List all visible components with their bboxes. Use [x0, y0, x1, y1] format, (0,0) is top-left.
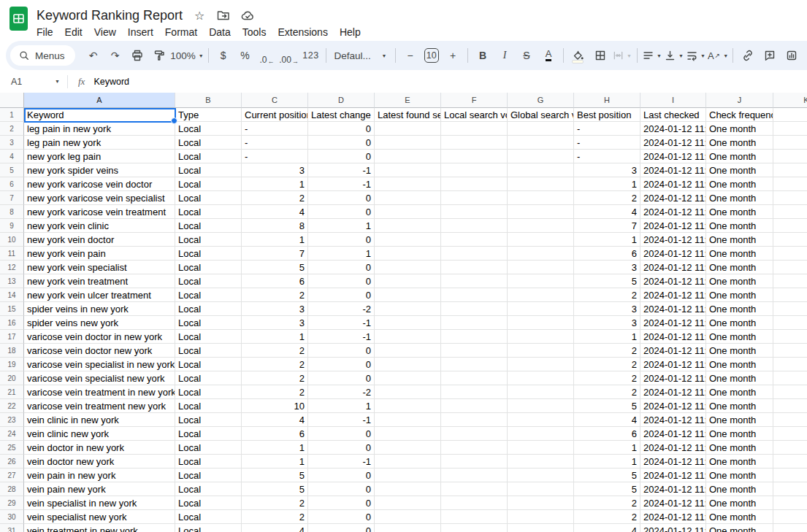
cell-J8[interactable]: One month — [706, 205, 773, 219]
cell-A1[interactable]: Keyword — [24, 108, 175, 122]
cell-A27[interactable]: vein pain in new york — [24, 469, 175, 482]
cell-C2[interactable]: - — [242, 122, 308, 136]
cell-A26[interactable]: vein doctor new york — [24, 455, 175, 469]
redo-button[interactable]: ↷ — [104, 46, 126, 65]
cell-F21[interactable] — [441, 385, 508, 399]
cell-D9[interactable]: 1 — [308, 219, 375, 233]
cell-E11[interactable] — [375, 247, 441, 261]
cell-I11[interactable]: 2024-01-12 11:3 — [640, 247, 706, 261]
row-header-16[interactable]: 16 — [0, 316, 24, 330]
cell-A10[interactable]: new york vein doctor — [24, 233, 175, 247]
cell-B23[interactable]: Local — [175, 413, 242, 427]
cell-F4[interactable] — [441, 150, 508, 163]
cell-D7[interactable]: 0 — [308, 191, 375, 205]
cell-I30[interactable]: 2024-01-12 11:3 — [640, 510, 706, 524]
cell-F8[interactable] — [441, 205, 508, 219]
cell-K24[interactable] — [773, 427, 807, 441]
cell-D6[interactable]: -1 — [308, 177, 375, 191]
cell-E9[interactable] — [375, 219, 441, 233]
cell-G27[interactable] — [508, 469, 574, 482]
cell-K19[interactable] — [773, 358, 807, 371]
cell-H16[interactable]: 3 — [574, 316, 640, 330]
cell-J19[interactable]: One month — [706, 358, 773, 371]
cell-I16[interactable]: 2024-01-12 11:3 — [640, 316, 706, 330]
cell-G23[interactable] — [508, 413, 574, 427]
cell-C13[interactable]: 6 — [242, 274, 308, 288]
cell-D13[interactable]: 0 — [308, 274, 375, 288]
cell-C30[interactable]: 2 — [242, 510, 308, 524]
cell-E23[interactable] — [375, 413, 441, 427]
cell-J9[interactable]: One month — [706, 219, 773, 233]
cell-C6[interactable]: 1 — [242, 177, 308, 191]
row-header-24[interactable]: 24 — [0, 427, 24, 441]
cell-K5[interactable] — [773, 163, 807, 177]
cell-F19[interactable] — [441, 358, 508, 371]
cell-C27[interactable]: 5 — [242, 469, 308, 482]
cell-E2[interactable] — [375, 122, 441, 136]
italic-button[interactable]: I — [494, 46, 516, 65]
row-header-31[interactable]: 31 — [0, 524, 24, 532]
select-all-corner[interactable] — [0, 93, 24, 108]
cell-K12[interactable] — [773, 261, 807, 274]
cell-J28[interactable]: One month — [706, 482, 773, 496]
cell-E30[interactable] — [375, 510, 441, 524]
cell-H10[interactable]: 1 — [574, 233, 640, 247]
cell-K6[interactable] — [773, 177, 807, 191]
cell-D5[interactable]: -1 — [308, 163, 375, 177]
cell-F29[interactable] — [441, 496, 508, 510]
cell-B20[interactable]: Local — [175, 371, 242, 385]
cell-D26[interactable]: -1 — [308, 455, 375, 469]
cell-B10[interactable]: Local — [175, 233, 242, 247]
cell-J30[interactable]: One month — [706, 510, 773, 524]
row-header-14[interactable]: 14 — [0, 288, 24, 302]
cell-J14[interactable]: One month — [706, 288, 773, 302]
cell-E6[interactable] — [375, 177, 441, 191]
cell-F15[interactable] — [441, 302, 508, 316]
menu-data[interactable]: Data — [203, 25, 237, 39]
borders-button[interactable] — [589, 46, 611, 65]
cell-A3[interactable]: leg pain new york — [24, 136, 175, 150]
row-header-25[interactable]: 25 — [0, 441, 24, 455]
cell-D16[interactable]: -1 — [308, 316, 375, 330]
font-select[interactable]: Defaul...▼ — [330, 46, 391, 65]
cloud-saved-icon[interactable] — [240, 8, 255, 23]
cell-B9[interactable]: Local — [175, 219, 242, 233]
cell-C29[interactable]: 2 — [242, 496, 308, 510]
decrease-font-size-button[interactable]: − — [399, 46, 421, 65]
cell-J24[interactable]: One month — [706, 427, 773, 441]
cell-I14[interactable]: 2024-01-12 11:3 — [640, 288, 706, 302]
menu-format[interactable]: Format — [159, 25, 203, 39]
cell-H6[interactable]: 1 — [574, 177, 640, 191]
cell-F24[interactable] — [441, 427, 508, 441]
cell-I26[interactable]: 2024-01-12 11:3 — [640, 455, 706, 469]
cell-I31[interactable]: 2024-01-12 11:3 — [640, 524, 706, 532]
cell-H14[interactable]: 2 — [574, 288, 640, 302]
cell-B14[interactable]: Local — [175, 288, 242, 302]
cell-G2[interactable] — [508, 122, 574, 136]
cell-D12[interactable]: 0 — [308, 261, 375, 274]
cell-K28[interactable] — [773, 482, 807, 496]
cell-K27[interactable] — [773, 469, 807, 482]
cell-F10[interactable] — [441, 233, 508, 247]
vertical-align-button[interactable]: ▼ — [663, 46, 685, 65]
currency-format-button[interactable]: $ — [213, 46, 234, 65]
menu-extensions[interactable]: Extensions — [272, 25, 333, 39]
fill-color-button[interactable] — [567, 46, 589, 65]
cell-E1[interactable]: Latest found serp — [375, 108, 441, 122]
row-header-2[interactable]: 2 — [0, 122, 24, 136]
cell-E26[interactable] — [375, 455, 441, 469]
cell-G28[interactable] — [508, 482, 574, 496]
column-header-K[interactable]: K — [773, 93, 807, 108]
cell-G3[interactable] — [508, 136, 574, 150]
paint-format-button[interactable] — [148, 46, 170, 65]
cell-E22[interactable] — [375, 399, 441, 413]
cell-H23[interactable]: 4 — [574, 413, 640, 427]
cell-B13[interactable]: Local — [175, 274, 242, 288]
cell-C11[interactable]: 7 — [242, 247, 308, 261]
cell-B7[interactable]: Local — [175, 191, 242, 205]
cell-K25[interactable] — [773, 441, 807, 455]
cell-B2[interactable]: Local — [175, 122, 242, 136]
cell-A23[interactable]: vein clinic in new york — [24, 413, 175, 427]
cell-G29[interactable] — [508, 496, 574, 510]
row-header-6[interactable]: 6 — [0, 177, 24, 191]
